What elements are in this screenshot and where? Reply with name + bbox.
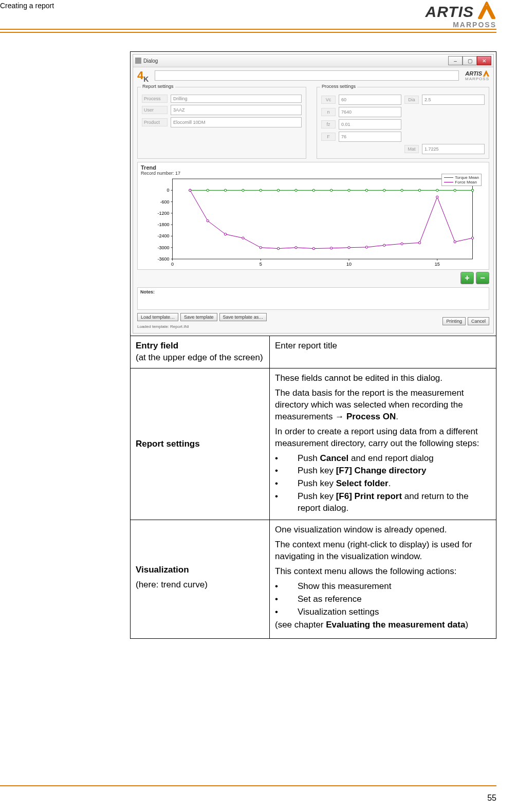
brand-marposs-text: MARPOSS xyxy=(426,21,496,29)
minimize-button[interactable]: – xyxy=(448,56,463,65)
running-header: Creating a report xyxy=(0,2,496,10)
svg-point-47 xyxy=(312,247,315,249)
mat-field[interactable] xyxy=(422,144,485,154)
svg-point-46 xyxy=(295,247,297,249)
svg-point-32 xyxy=(348,189,350,191)
visualization-sub: (here: trend curve) xyxy=(136,579,264,591)
dialog-screenshot: Dialog – ▢ ✕ 4K ARTIS xyxy=(130,51,496,336)
vis-p3: This context menu allows the following a… xyxy=(275,566,491,578)
vis-p1: One visualization window is already open… xyxy=(275,524,491,536)
chart-legend: Torque Mean Force Mean xyxy=(441,174,482,186)
list-item: •Set as reference xyxy=(275,594,491,605)
svg-text:0: 0 xyxy=(167,188,169,193)
table-row: Visualization (here: trend curve) One vi… xyxy=(131,520,496,639)
report-settings-heading: Report settings xyxy=(136,439,200,449)
table-row: Entry field (at the upper edge of the sc… xyxy=(131,336,496,368)
svg-point-40 xyxy=(189,189,191,191)
dialog-title: Dialog xyxy=(143,58,158,64)
rs-p3: In order to create a report using data f… xyxy=(275,426,491,450)
dia-field[interactable] xyxy=(422,95,485,105)
f-field[interactable] xyxy=(339,132,401,142)
notes-textarea[interactable]: Notes: xyxy=(137,287,489,310)
svg-text:-2400: -2400 xyxy=(157,233,169,238)
svg-point-28 xyxy=(277,189,279,191)
svg-point-31 xyxy=(330,189,332,191)
n-field[interactable] xyxy=(339,107,401,117)
svg-point-37 xyxy=(436,189,438,191)
svg-point-54 xyxy=(436,196,438,198)
table-row: Report settings These fields cannot be e… xyxy=(131,368,496,520)
process-label: Process xyxy=(142,95,168,103)
mat-label: Mat xyxy=(404,145,419,153)
svg-text:-3000: -3000 xyxy=(157,245,169,250)
maximize-button[interactable]: ▢ xyxy=(463,56,477,65)
svg-point-56 xyxy=(471,237,473,239)
vc-label: Vc xyxy=(321,96,336,104)
cancel-button[interactable]: Cancel xyxy=(468,317,489,325)
svg-text:10: 10 xyxy=(346,262,352,267)
process-settings-group: Process settings Vc Dia n fz xyxy=(317,87,489,159)
list-item: •Push key [F7] Change directory xyxy=(275,465,491,477)
process-settings-legend: Process settings xyxy=(320,84,357,89)
printing-button[interactable]: Printing xyxy=(442,317,466,325)
report-title-input[interactable] xyxy=(155,70,459,81)
vis-p2: The context menu (right-click to display… xyxy=(275,539,491,563)
svg-point-52 xyxy=(401,243,403,245)
chart-subtitle: Record number: 17 xyxy=(141,171,486,176)
trend-chart: Trend Record number: 17 Torque Mean Forc… xyxy=(137,162,489,270)
svg-point-51 xyxy=(383,244,385,246)
svg-point-36 xyxy=(418,189,420,191)
status-text: Loaded template: Report.INI xyxy=(137,324,267,329)
rs-p2: The data basis for the report is the mea… xyxy=(275,387,491,423)
svg-point-48 xyxy=(330,247,332,249)
svg-point-27 xyxy=(260,189,262,191)
svg-rect-0 xyxy=(173,179,473,259)
entry-field-heading: Entry field xyxy=(136,341,178,350)
vc-field[interactable] xyxy=(339,95,401,105)
svg-point-39 xyxy=(471,189,473,191)
report-settings-legend: Report settings xyxy=(141,84,175,89)
product-4k-logo: 4K xyxy=(137,70,149,85)
svg-point-33 xyxy=(365,189,367,191)
list-item: •Show this measurement xyxy=(275,581,491,593)
svg-text:-1200: -1200 xyxy=(157,211,169,216)
svg-point-53 xyxy=(418,242,420,244)
rs-p1: These fields cannot be edited in this di… xyxy=(275,373,491,384)
svg-point-35 xyxy=(401,189,403,191)
product-field[interactable] xyxy=(171,117,302,127)
fz-label: fz xyxy=(321,120,336,128)
fz-field[interactable] xyxy=(339,119,401,130)
entry-field-desc: Enter report title xyxy=(270,336,496,368)
list-item: •Visualization settings xyxy=(275,606,491,618)
n-label: n xyxy=(321,108,336,116)
remove-visualization-button[interactable]: − xyxy=(476,272,489,284)
svg-point-41 xyxy=(207,220,209,222)
svg-text:-600: -600 xyxy=(160,199,169,205)
visualization-heading: Visualization xyxy=(136,565,189,575)
process-select[interactable]: Drilling xyxy=(171,95,302,103)
close-button[interactable]: ✕ xyxy=(477,56,491,65)
add-visualization-button[interactable]: + xyxy=(460,272,474,284)
svg-point-30 xyxy=(312,189,315,191)
list-item: •Push Cancel and end report dialog xyxy=(275,453,491,465)
save-template-as-button[interactable]: Save template as… xyxy=(219,313,267,321)
svg-point-45 xyxy=(277,247,279,249)
chart-title: Trend xyxy=(141,164,486,171)
svg-point-34 xyxy=(383,189,385,191)
load-template-button[interactable]: Load template… xyxy=(137,313,178,321)
list-item: •Push key Select folder. xyxy=(275,478,491,490)
user-label: User xyxy=(142,106,168,114)
dialog-titlebar: Dialog – ▢ ✕ xyxy=(133,54,493,67)
brand-logo: ARTIS MARPOSS xyxy=(426,2,496,29)
save-template-button[interactable]: Save template xyxy=(180,313,217,321)
product-label: Product xyxy=(142,118,168,126)
brand-artis-text: ARTIS xyxy=(426,3,474,21)
vis-p4: (see chapter Evaluating the measurement … xyxy=(275,619,491,631)
svg-point-50 xyxy=(365,246,367,248)
report-settings-group: Report settings Process Drilling User Pr… xyxy=(137,87,306,159)
svg-point-42 xyxy=(224,233,226,235)
user-field[interactable] xyxy=(171,105,302,115)
footer-rule xyxy=(0,785,496,786)
brand-artis-icon xyxy=(477,2,496,22)
svg-point-55 xyxy=(454,241,456,243)
